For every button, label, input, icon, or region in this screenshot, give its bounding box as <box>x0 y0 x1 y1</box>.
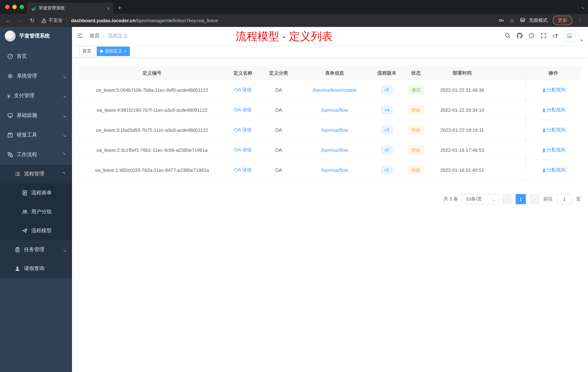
chevron-up-icon <box>63 172 66 176</box>
form-link[interactable]: /bpm/oa/leave/create <box>313 87 357 93</box>
list-icon <box>15 171 20 177</box>
sidebar-toggle-icon[interactable] <box>77 33 84 39</box>
avatar-dropdown-chevron-icon[interactable] <box>579 37 583 41</box>
paper-plane-icon <box>22 228 28 234</box>
chevron-down-icon <box>63 133 66 137</box>
address-bar[interactable]: dashboard.yudao.iocoder.cn/bpm/manager/d… <box>71 18 499 23</box>
definition-category: OA <box>261 120 296 140</box>
browser-menu-icon[interactable]: ⋮ <box>578 17 583 24</box>
definition-table: 定义编号 定义名称 定义分类 表单信息 流程版本 状态 部署时间 操作 oa_l… <box>79 66 581 180</box>
pagination: 共 5 条 10条/页 ‹ 1 › 前往 页 <box>79 194 581 204</box>
definition-category: OA <box>261 100 296 120</box>
sidebar-item-task-mgmt[interactable]: 任务管理 <box>0 240 72 259</box>
tab-close-icon[interactable]: × <box>107 5 110 11</box>
sidebar-item-home[interactable]: 首页 <box>0 47 72 66</box>
definition-name-link[interactable]: OA 请假 <box>234 127 252 133</box>
back-button[interactable]: ← <box>5 17 11 24</box>
definition-id: oa_leave:3:1fad3d93-7b75-11ec-a3c8-acde4… <box>79 120 225 140</box>
help-icon[interactable] <box>529 33 535 39</box>
deploy-time: 2022-01-22 20:34:10 <box>431 100 493 120</box>
search-icon[interactable] <box>504 33 511 39</box>
browser-tab[interactable]: 芋道管理系统 × <box>27 2 114 14</box>
clipboard-icon <box>15 247 20 253</box>
assign-rule-link[interactable]: 分配规则 <box>541 87 566 93</box>
security-indicator[interactable]: 不安全 <box>41 17 63 24</box>
incognito-badge: 无痕模式 <box>520 17 548 24</box>
sidebar: 芋道管理系统 首页 系统管理 ¥ 支付管理 <box>0 27 72 372</box>
minimize-window-button[interactable] <box>12 5 17 9</box>
assign-rule-link[interactable]: 分配规则 <box>541 167 566 173</box>
url-host: dashboard.yudao.iocoder.cn <box>71 18 136 23</box>
prev-page-button[interactable]: ‹ <box>502 194 512 204</box>
page-content: 定义编号 定义名称 定义分类 表单信息 流程版本 状态 部署时间 操作 oa_l… <box>72 57 588 372</box>
definition-name-link[interactable]: OA 请假 <box>234 147 252 153</box>
sidebar-item-payment-mgmt[interactable]: ¥ 支付管理 <box>0 86 72 106</box>
definition-name-link[interactable]: OA 请假 <box>234 87 252 93</box>
sidebar-item-process-form[interactable]: 流程表单 <box>0 184 72 202</box>
form-link[interactable]: /bpm/oa/flow <box>321 147 348 153</box>
deploy-time: 2022-01-22 21:48:38 <box>431 80 493 100</box>
tag-process-definition[interactable]: 流程定义 × <box>97 46 130 56</box>
sidebar-item-dev-tools[interactable]: 研发工具 <box>0 125 72 145</box>
forward-button[interactable]: → <box>17 17 23 24</box>
version-tag: v1 <box>381 166 393 174</box>
tab-title: 芋道管理系统 <box>39 5 104 11</box>
warning-triangle-icon <box>41 18 46 23</box>
sidebar-header: 芋道管理系统 <box>0 27 72 45</box>
sidebar-item-workflow[interactable]: 工作流程 <box>0 145 72 164</box>
definition-id: oa_leave:4:991f2193-7b7f-11ec-a3c8-acde4… <box>79 100 225 120</box>
assign-rule-link[interactable]: 分配规则 <box>541 147 566 153</box>
version-tag: v2 <box>381 146 393 154</box>
fullscreen-icon[interactable] <box>541 33 547 39</box>
tag-home[interactable]: 首页 <box>79 46 94 56</box>
page-1-button[interactable]: 1 <box>516 194 526 204</box>
sidebar-item-system-mgmt[interactable]: 系统管理 <box>0 66 72 86</box>
toolbar-right: ☆ 无痕模式 更新 ⋮ <box>498 16 583 25</box>
pagination-total: 共 5 条 <box>443 196 458 202</box>
table-header-row: 定义编号 定义名称 定义分类 表单信息 流程版本 状态 部署时间 操作 <box>79 66 581 80</box>
sidebar-item-user-group[interactable]: 用户分组 <box>0 202 72 221</box>
font-size-icon[interactable]: TT <box>553 33 558 39</box>
breadcrumb-home[interactable]: 首页 <box>89 33 100 39</box>
chevron-down-icon <box>63 248 66 252</box>
form-link[interactable]: /bpm/oa/flow <box>321 107 348 113</box>
tab-search-chevron-icon[interactable] <box>581 5 584 9</box>
version-tag: v4 <box>381 106 393 114</box>
bookmark-star-icon[interactable]: ☆ <box>509 17 514 24</box>
definition-category: OA <box>261 140 296 160</box>
next-page-button[interactable]: › <box>529 194 540 204</box>
form-link[interactable]: /bpm/oa/flow <box>321 127 348 133</box>
version-tag: v5 <box>381 86 393 94</box>
page-size-select[interactable]: 10条/页 <box>462 194 498 204</box>
sidebar-item-leave-query[interactable]: 请假查询 <box>0 259 72 278</box>
goto-label: 前往 <box>543 196 553 202</box>
goto-page-input[interactable] <box>556 194 572 204</box>
browser-tabstrip: 芋道管理系统 × + <box>0 0 588 14</box>
zoom-window-button[interactable] <box>20 5 24 9</box>
deploy-time: 2022-01-16 17:46:53 <box>431 140 493 160</box>
new-tab-button[interactable]: + <box>118 4 121 12</box>
dashboard-icon <box>7 54 13 59</box>
github-icon[interactable] <box>516 33 523 39</box>
definition-id: oa_leave:1:482ec033-762a-11ec-8477-a2380… <box>79 160 225 180</box>
form-link[interactable]: /bpm/oa/flow <box>321 167 348 173</box>
chevron-down-icon <box>491 197 495 201</box>
definition-id: oa_leave:2:3c1f0ef1-76b1-11ec-9c66-a2380… <box>79 140 225 160</box>
close-window-button[interactable] <box>5 5 10 9</box>
sidebar-item-process-mgmt[interactable]: 流程管理 <box>0 164 72 184</box>
avatar-image-icon <box>567 33 573 39</box>
tag-close-icon[interactable]: × <box>124 49 126 54</box>
assign-rule-link[interactable]: 分配规则 <box>541 127 566 133</box>
definition-name-link[interactable]: OA 请假 <box>234 167 252 173</box>
sidebar-item-process-model[interactable]: 流程模型 <box>0 221 72 240</box>
status-tag: 挂起 <box>408 166 424 174</box>
navbar-actions: TT <box>504 30 583 42</box>
password-key-icon[interactable] <box>498 17 504 23</box>
person-icon <box>541 148 545 152</box>
definition-name-link[interactable]: OA 请假 <box>234 107 252 113</box>
user-avatar[interactable] <box>564 30 576 42</box>
reload-button[interactable]: ↻ <box>30 17 35 24</box>
assign-rule-link[interactable]: 分配规则 <box>541 107 566 113</box>
update-button[interactable]: 更新 <box>553 16 572 25</box>
sidebar-item-infrastructure[interactable]: 基础设施 <box>0 106 72 125</box>
